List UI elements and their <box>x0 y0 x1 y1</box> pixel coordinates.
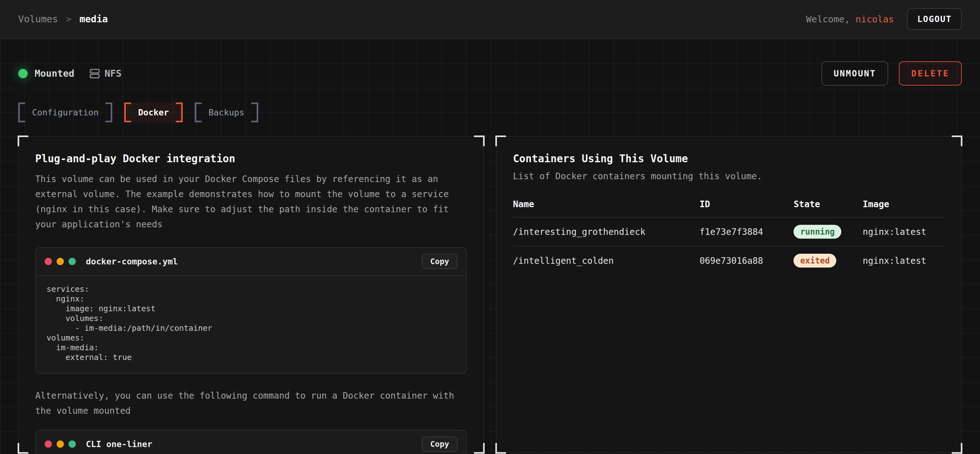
top-bar-right: Welcome, nicolas LOGOUT <box>806 8 962 30</box>
tab-docker[interactable]: Docker <box>124 103 183 122</box>
table-row: /intelligent_colden 069e73016a88 exited … <box>513 246 945 275</box>
compose-code-header: docker-compose.yml Copy <box>36 248 466 276</box>
traffic-dot-amber-icon <box>57 440 64 448</box>
compose-code-content: services: nginx: image: nginx:latest vol… <box>36 276 466 373</box>
traffic-light-dots <box>45 440 76 448</box>
panel-corner-bracket <box>952 443 963 454</box>
containers-panel: Containers Using This Volume List of Doc… <box>496 136 962 453</box>
containers-table: Name ID State Image /interesting_grothen… <box>513 199 945 275</box>
column-header-state: State <box>794 199 863 210</box>
container-state-cell: exited <box>794 254 863 268</box>
status-badge-running: running <box>794 225 841 239</box>
panel-corner-bracket <box>474 443 485 454</box>
containers-panel-title: Containers Using This Volume <box>513 152 945 165</box>
cli-copy-button[interactable]: Copy <box>422 437 458 452</box>
chevron-right-icon: > <box>66 14 71 24</box>
compose-filename: docker-compose.yml <box>86 257 178 266</box>
container-id: f1e73e7f3884 <box>700 227 794 237</box>
traffic-dot-amber-icon <box>57 258 64 265</box>
container-state-cell: running <box>794 225 863 239</box>
traffic-dot-green-icon <box>68 440 76 448</box>
welcome-prefix: Welcome, <box>806 14 856 24</box>
panel-corner-bracket <box>18 443 28 454</box>
cli-code-header: CLI one-liner Copy <box>36 430 466 454</box>
compose-copy-button[interactable]: Copy <box>422 254 458 269</box>
breadcrumb-current-volume: media <box>80 14 108 24</box>
breadcrumb-volumes-link[interactable]: Volumes <box>18 14 58 24</box>
panel-corner-bracket <box>495 135 506 146</box>
cli-block-title: CLI one-liner <box>86 439 152 449</box>
breadcrumb: Volumes > media <box>18 14 108 24</box>
column-header-image: Image <box>863 199 945 210</box>
cli-code-block: CLI one-liner Copy docker run -v im-medi… <box>35 430 467 454</box>
panel-corner-bracket <box>952 135 963 146</box>
container-id: 069e73016a88 <box>700 256 794 266</box>
volume-actions: UNMOUNT DELETE <box>821 61 962 86</box>
column-header-id: ID <box>700 199 794 210</box>
logout-button[interactable]: LOGOUT <box>907 8 962 30</box>
table-row: /interesting_grothendieck f1e73e7f3884 r… <box>513 217 945 246</box>
welcome-text: Welcome, nicolas <box>806 14 894 24</box>
main-content: Mounted NFS UNMOUNT DELETE Configuration… <box>0 39 980 454</box>
server-icon <box>89 68 100 79</box>
cli-intro-text: Alternatively, you can use the following… <box>35 388 467 419</box>
panels-row: Plug-and-play Docker integration This vo… <box>18 136 962 453</box>
mounted-status-label: Mounted <box>35 68 74 79</box>
status-badge-exited: exited <box>794 254 836 268</box>
volume-status-row: Mounted NFS UNMOUNT DELETE <box>18 61 962 86</box>
column-header-name: Name <box>513 199 700 210</box>
tab-configuration[interactable]: Configuration <box>18 103 112 122</box>
docker-panel-description: This volume can be used in your Docker C… <box>35 171 467 232</box>
traffic-dot-red-icon <box>45 440 52 448</box>
container-name: /interesting_grothendieck <box>513 227 700 237</box>
container-image: nginx:latest <box>863 227 945 237</box>
tab-backups[interactable]: Backups <box>195 103 258 122</box>
container-name: /intelligent_colden <box>513 256 700 266</box>
traffic-dot-green-icon <box>68 258 76 265</box>
container-image: nginx:latest <box>863 256 945 266</box>
panel-corner-bracket <box>474 135 485 146</box>
traffic-light-dots <box>45 258 76 265</box>
mounted-status-dot <box>18 69 28 78</box>
compose-code-block: docker-compose.yml Copy services: nginx:… <box>35 247 467 374</box>
panel-corner-bracket <box>18 135 28 146</box>
traffic-dot-red-icon <box>45 258 52 265</box>
containers-table-header: Name ID State Image <box>513 199 945 217</box>
containers-panel-subtitle: List of Docker containers mounting this … <box>513 171 945 181</box>
tab-bar: Configuration Docker Backups <box>18 103 962 122</box>
volume-detail-page: Volumes > media Welcome, nicolas LOGOUT … <box>0 0 980 454</box>
panel-corner-bracket <box>495 443 506 454</box>
docker-integration-panel: Plug-and-play Docker integration This vo… <box>18 136 484 453</box>
top-bar: Volumes > media Welcome, nicolas LOGOUT <box>0 0 980 39</box>
unmount-button[interactable]: UNMOUNT <box>821 61 888 86</box>
filesystem-type-label: NFS <box>104 68 121 79</box>
delete-button[interactable]: DELETE <box>899 61 962 86</box>
docker-panel-title: Plug-and-play Docker integration <box>35 152 467 165</box>
filesystem-type: NFS <box>89 68 121 79</box>
username: nicolas <box>856 14 894 24</box>
